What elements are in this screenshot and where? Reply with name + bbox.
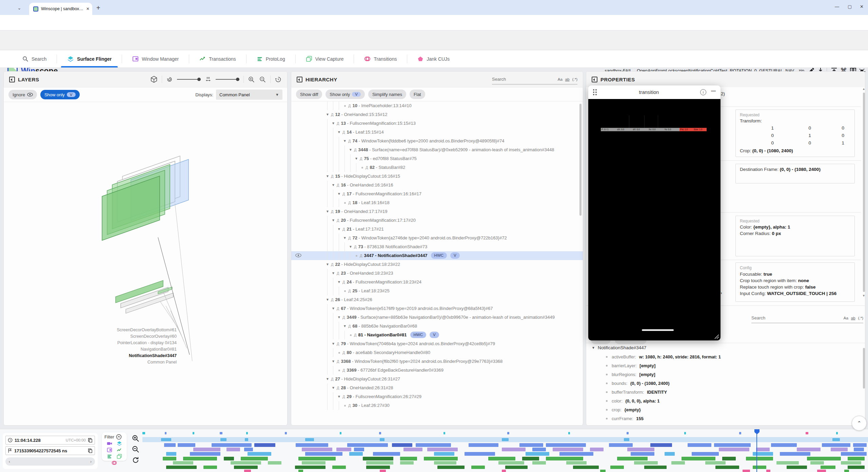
timeline-pan-scrollbar[interactable]: ‹ ›	[5, 457, 95, 466]
expand-arrow-icon[interactable]: ▼	[331, 304, 336, 313]
trace-segment[interactable]	[546, 457, 583, 460]
tree-row[interactable]: ▼Д29 - FullscreenMagnification:26:27#29	[291, 392, 583, 401]
trace-segment[interactable]	[753, 452, 773, 456]
trace-segment[interactable]	[379, 432, 381, 434]
properties-search[interactable]: Aa ab (.*)	[751, 313, 863, 323]
trace-segment[interactable]	[164, 443, 176, 447]
expand-arrow-icon[interactable]: ▼	[331, 383, 336, 392]
show-diff-chip[interactable]: Show diff	[296, 90, 322, 99]
pin-icon[interactable]: Д	[354, 145, 356, 154]
trace-segment[interactable]	[644, 466, 667, 469]
expand-arrow-icon[interactable]: ▼	[325, 172, 330, 181]
reset-view-icon[interactable]	[275, 76, 282, 83]
expand-arrow-icon[interactable]: ▼	[342, 234, 347, 242]
trace-segment[interactable]	[244, 448, 253, 451]
pin-icon[interactable]: Д	[354, 331, 356, 339]
trace-segment[interactable]	[624, 438, 629, 441]
trace-segment[interactable]	[766, 470, 770, 472]
tree-row[interactable]: Д3447 - NotificationShade#3447HWCV	[291, 251, 583, 260]
trace-segment[interactable]	[302, 448, 332, 451]
tree-row[interactable]: ▼Д75 - ed70f88 StatusBar#75	[291, 154, 583, 163]
expand-arrow-icon[interactable]: ▼	[342, 137, 347, 145]
pin-icon[interactable]: Д	[331, 260, 333, 269]
trace-segment[interactable]	[753, 466, 766, 469]
simplify-names-chip[interactable]: Simplify names	[368, 90, 406, 99]
trace-segment[interactable]	[220, 438, 226, 441]
tree-row[interactable]: Д25 - Leaf:18:23#25	[291, 287, 583, 295]
trace-segment[interactable]	[241, 457, 268, 460]
property-row[interactable]: bufferTransform: IDENTITY	[586, 388, 865, 396]
tree-row[interactable]: ▼Д72 - WindowToken{a2746de type=2040 and…	[291, 234, 583, 242]
pin-icon[interactable]: Д	[342, 348, 345, 357]
trace-segment[interactable]	[302, 461, 326, 465]
regex-option[interactable]: (.*)	[858, 316, 863, 320]
window-close-button[interactable]: ✕	[860, 4, 864, 9]
pin-icon[interactable]: Д	[342, 392, 345, 401]
trace-segment[interactable]	[715, 466, 739, 469]
trace-segment[interactable]	[190, 452, 220, 456]
pin-icon[interactable]: Д	[342, 128, 345, 137]
show-only-chip[interactable]: Show only V	[40, 90, 80, 99]
trace-segment[interactable]	[810, 461, 824, 465]
property-row[interactable]: currFrame: 155	[586, 414, 865, 423]
trace-segment[interactable]	[573, 466, 599, 469]
tree-row[interactable]: Д80 - ace6abb SecondaryHomeHandle0#80	[291, 348, 583, 357]
trace-segment[interactable]	[832, 438, 840, 441]
browser-tab[interactable]: Winscope | sandbox-FAI ✕	[29, 3, 92, 15]
tree-row[interactable]: Д18 - Leaf:16:16#18	[291, 198, 583, 207]
pin-icon[interactable]: Д	[331, 172, 333, 181]
tab-surface-flinger[interactable]: Surface Flinger	[57, 50, 122, 67]
timeline-zoom-out-icon[interactable]	[132, 445, 140, 453]
tab-close-icon[interactable]: ✕	[86, 6, 90, 11]
zoom-in-icon[interactable]	[248, 76, 255, 83]
pin-icon[interactable]: Д	[342, 313, 345, 322]
trace-segment[interactable]	[305, 438, 314, 441]
new-tab-button[interactable]: +	[96, 4, 100, 12]
trace-segment[interactable]	[822, 443, 850, 447]
trace-segment[interactable]	[610, 466, 624, 469]
tree-row[interactable]: ▼Д21 - Leaf:17:17#21	[291, 225, 583, 234]
pin-icon[interactable]: Д	[348, 234, 351, 242]
pin-icon[interactable]: Д	[342, 190, 345, 198]
expand-arrow-icon[interactable]: ▼	[325, 110, 330, 119]
trace-segment[interactable]	[631, 452, 654, 456]
transition-screenshot-window[interactable]: transition i — P: 0 / 1dX: 0.0dY: 0.0Xv:…	[588, 85, 721, 340]
expand-arrow-icon[interactable]: ▼	[325, 260, 330, 269]
expand-arrow-icon[interactable]: ▼	[337, 313, 341, 322]
tree-row[interactable]: ▼Д74 - WindowToken{fdddbe6 type=2000 and…	[291, 137, 583, 145]
trace-segment[interactable]	[526, 452, 549, 456]
trace-segment[interactable]	[471, 466, 485, 469]
trace-segment[interactable]	[787, 466, 807, 469]
timeline-reset-zoom-icon[interactable]	[132, 456, 140, 464]
trace-segment[interactable]	[469, 443, 498, 447]
trace-segment[interactable]	[226, 448, 240, 451]
displays-select[interactable]: Common Panel ▼	[216, 90, 282, 100]
trace-segment[interactable]	[746, 457, 773, 460]
spacing-slider[interactable]	[216, 79, 239, 80]
trace-segment[interactable]	[203, 466, 217, 469]
trace-segment[interactable]	[178, 443, 195, 447]
collapse-chevron-icon[interactable]	[116, 434, 122, 440]
trace-segment[interactable]	[546, 443, 586, 447]
layer-3d-label[interactable]: ScreenDecorOverlay#60	[44, 334, 177, 339]
trace-segment[interactable]	[841, 452, 867, 456]
timeline-cursor[interactable]	[756, 429, 757, 472]
trace-segment[interactable]	[590, 448, 604, 451]
trace-segment[interactable]	[505, 466, 528, 469]
trace-segment[interactable]	[844, 470, 849, 472]
expand-arrow-icon[interactable]: ▼	[337, 225, 341, 234]
trace-segment[interactable]	[806, 432, 808, 434]
trace-segment[interactable]	[627, 448, 654, 451]
resize-handle-icon[interactable]	[714, 334, 719, 339]
pin-icon[interactable]: Д	[348, 137, 351, 145]
trace-segment[interactable]	[354, 448, 364, 451]
trace-segment[interactable]	[295, 466, 326, 469]
trace-segment[interactable]	[502, 448, 526, 451]
trace-segment[interactable]	[821, 466, 835, 469]
trace-segment[interactable]	[366, 461, 393, 465]
trace-segment[interactable]	[403, 448, 422, 451]
trace-segment[interactable]	[722, 457, 736, 460]
trace-segment[interactable]	[854, 448, 864, 451]
tree-row[interactable]: ▼Д26 - Leaf:24:25#26	[291, 295, 583, 304]
surface-flinger-filter-icon[interactable]	[117, 441, 122, 446]
